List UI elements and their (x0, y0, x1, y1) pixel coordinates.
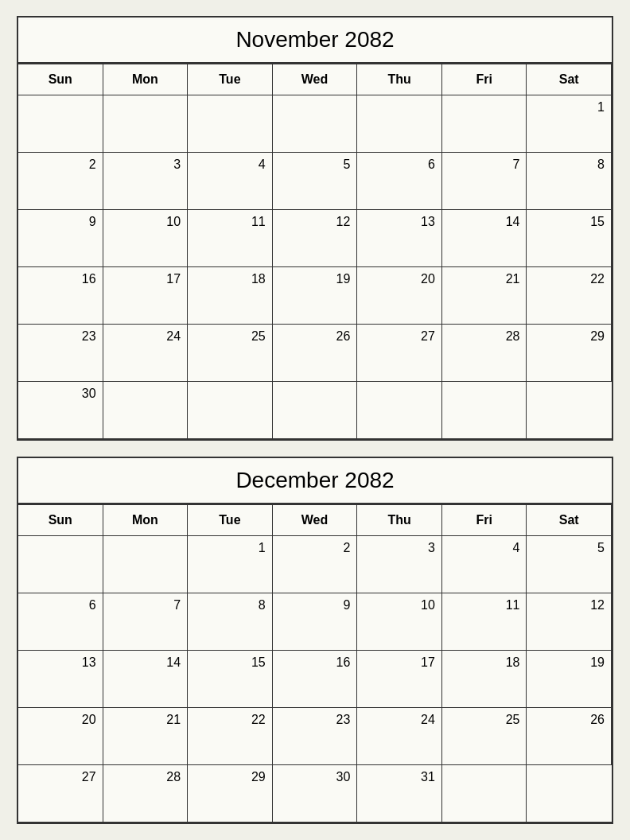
table-row (103, 382, 189, 439)
november-calendar: November 2082 Sun Mon Tue Wed Thu Fri Sa… (17, 16, 613, 441)
table-row (188, 382, 273, 439)
table-row: 10 (357, 593, 442, 651)
table-row: 23 (273, 708, 358, 765)
table-row (442, 95, 527, 153)
table-row: 19 (527, 651, 612, 708)
table-row: 9 (18, 210, 103, 267)
table-row: 10 (103, 210, 189, 267)
dec-header-mon: Mon (103, 504, 189, 536)
table-row: 24 (357, 708, 442, 765)
table-row (357, 95, 442, 153)
table-row: 8 (527, 153, 612, 210)
table-row: 2 (273, 536, 358, 593)
dec-header-sun: Sun (18, 504, 103, 536)
dec-header-sat: Sat (527, 504, 612, 536)
table-row: 5 (527, 536, 612, 593)
table-row (442, 765, 527, 822)
table-row: 6 (18, 593, 103, 651)
table-row (18, 536, 103, 593)
table-row (273, 382, 358, 439)
nov-header-sat: Sat (527, 64, 612, 95)
table-row (18, 95, 103, 153)
table-row: 2 (18, 153, 103, 210)
table-row: 24 (103, 325, 189, 382)
november-title: November 2082 (18, 18, 612, 64)
december-title: December 2082 (18, 458, 612, 504)
dec-header-wed: Wed (273, 504, 358, 536)
table-row: 1 (188, 536, 273, 593)
table-row: 16 (273, 651, 358, 708)
table-row: 23 (18, 325, 103, 382)
table-row: 11 (188, 210, 273, 267)
table-row: 30 (273, 765, 358, 822)
table-row: 17 (103, 267, 189, 325)
table-row: 21 (103, 708, 189, 765)
table-row: 28 (442, 325, 527, 382)
table-row: 26 (527, 708, 612, 765)
table-row: 15 (527, 210, 612, 267)
table-row (103, 95, 189, 153)
table-row (188, 95, 273, 153)
table-row: 15 (188, 651, 273, 708)
table-row (527, 765, 612, 822)
table-row: 18 (188, 267, 273, 325)
nov-header-thu: Thu (357, 64, 442, 95)
table-row (103, 536, 189, 593)
table-row: 11 (442, 593, 527, 651)
nov-header-wed: Wed (273, 64, 358, 95)
table-row: 12 (273, 210, 358, 267)
table-row: 30 (18, 382, 103, 439)
nov-header-fri: Fri (442, 64, 527, 95)
table-row: 13 (357, 210, 442, 267)
table-row: 14 (103, 651, 189, 708)
table-row: 12 (527, 593, 612, 651)
table-row: 27 (357, 325, 442, 382)
table-row: 20 (18, 708, 103, 765)
table-row: 21 (442, 267, 527, 325)
table-row: 7 (103, 593, 189, 651)
table-row (527, 382, 612, 439)
table-row: 1 (527, 95, 612, 153)
table-row: 27 (18, 765, 103, 822)
table-row: 9 (273, 593, 358, 651)
table-row: 22 (188, 708, 273, 765)
table-row: 16 (18, 267, 103, 325)
table-row: 20 (357, 267, 442, 325)
table-row: 26 (273, 325, 358, 382)
table-row (273, 95, 358, 153)
table-row: 25 (442, 708, 527, 765)
table-row: 13 (18, 651, 103, 708)
table-row: 19 (273, 267, 358, 325)
nov-header-tue: Tue (188, 64, 273, 95)
dec-header-fri: Fri (442, 504, 527, 536)
table-row: 17 (357, 651, 442, 708)
table-row: 8 (188, 593, 273, 651)
nov-header-mon: Mon (103, 64, 189, 95)
table-row: 29 (527, 325, 612, 382)
table-row: 28 (103, 765, 189, 822)
table-row: 25 (188, 325, 273, 382)
table-row: 31 (357, 765, 442, 822)
december-calendar-box: December 2082 Sun Mon Tue Wed Thu Fri Sa… (17, 457, 613, 824)
table-row: 18 (442, 651, 527, 708)
nov-header-sun: Sun (18, 64, 103, 95)
table-row: 4 (442, 536, 527, 593)
table-row: 3 (103, 153, 189, 210)
table-row: 5 (273, 153, 358, 210)
table-row: 29 (188, 765, 273, 822)
table-row: 7 (442, 153, 527, 210)
november-calendar-box: November 2082 Sun Mon Tue Wed Thu Fri Sa… (17, 16, 613, 441)
november-grid: Sun Mon Tue Wed Thu Fri Sat 1 2 3 4 5 6 … (18, 64, 612, 439)
dec-header-thu: Thu (357, 504, 442, 536)
table-row: 4 (188, 153, 273, 210)
table-row: 22 (527, 267, 612, 325)
table-row (357, 382, 442, 439)
december-grid: Sun Mon Tue Wed Thu Fri Sat 1 2 3 4 5 6 … (18, 504, 612, 822)
table-row: 3 (357, 536, 442, 593)
table-row (442, 382, 527, 439)
december-calendar: December 2082 Sun Mon Tue Wed Thu Fri Sa… (17, 457, 613, 824)
table-row: 14 (442, 210, 527, 267)
dec-header-tue: Tue (188, 504, 273, 536)
table-row: 6 (357, 153, 442, 210)
